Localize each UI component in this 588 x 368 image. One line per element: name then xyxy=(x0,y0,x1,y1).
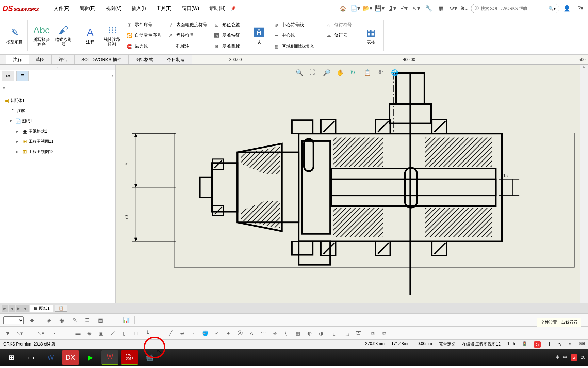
bt-line[interactable]: │ xyxy=(62,329,71,338)
home-icon[interactable]: 🏠 xyxy=(338,4,348,13)
rebuild-icon[interactable]: 🔧 xyxy=(424,4,434,13)
user-icon[interactable]: 👤 xyxy=(562,4,572,13)
menu-view[interactable]: 视图(V) xyxy=(101,5,127,12)
tab-evaluate[interactable]: 评估 xyxy=(52,55,75,64)
bt-pie[interactable]: ⬚ xyxy=(331,329,340,338)
bt-render[interactable]: ◉ xyxy=(57,316,66,325)
search-box[interactable]: ⓘ 🔍▾ xyxy=(471,4,559,13)
bt-sq[interactable]: ◻ xyxy=(131,329,140,338)
bt-angle[interactable]: ⟋ xyxy=(154,329,163,338)
hide-show-icon[interactable]: 👁 xyxy=(377,69,386,78)
undo-icon[interactable]: ↶▾ xyxy=(399,4,409,13)
tree-root[interactable]: ▣ 装配体1 xyxy=(0,95,115,106)
bt-paint[interactable]: 🪣 xyxy=(201,329,210,338)
note-button[interactable]: A 注释 xyxy=(81,20,99,51)
panel-collapse-icon[interactable]: › xyxy=(112,74,113,78)
display-style-icon[interactable]: 📋 xyxy=(364,69,373,78)
center-mark-button[interactable]: ⊕ 中心符号线 xyxy=(272,20,315,30)
block-button[interactable]: 🅰 块 xyxy=(250,20,268,51)
tray-ime2[interactable]: 中 xyxy=(563,355,567,361)
geo-tol-button[interactable]: ⊡ 形位公差 xyxy=(212,20,241,30)
ime-face-icon[interactable]: ☺ xyxy=(568,341,572,348)
bt-rect[interactable]: ▬ xyxy=(74,329,82,338)
bt-pen[interactable]: ✎ xyxy=(70,316,79,325)
tab-sheet-format[interactable]: 图纸格式 xyxy=(129,55,160,64)
bt-filter[interactable]: ▼ xyxy=(3,329,12,338)
grid-icon[interactable]: ▦ xyxy=(436,4,446,13)
pan-icon[interactable]: ✋ xyxy=(337,69,345,78)
auto-ballon-button[interactable]: 🔁 自动零件序号 xyxy=(125,31,163,40)
revision-cloud-button[interactable]: ☁ 修订云 xyxy=(324,31,353,40)
new-doc-icon[interactable]: 📄▾ xyxy=(350,4,360,13)
ime-lang[interactable]: 中 xyxy=(548,341,552,348)
bt-edge[interactable]: ／ xyxy=(108,329,117,338)
bt-circ-A[interactable]: Ⓐ xyxy=(235,329,244,338)
settings-tooltip[interactable]: 个性设置，点我看看 xyxy=(537,318,581,327)
drawing-canvas[interactable]: 🔍 ⛶ 🔎 ✋ ↻ 📋 👁 🌐 xyxy=(116,65,580,303)
collapse-icon[interactable]: ▾ xyxy=(10,119,14,123)
bt-misc2[interactable]: ⧉ xyxy=(380,329,389,338)
ime-dot-icon[interactable]: •, xyxy=(558,341,561,348)
bt-grid[interactable]: ⊞ xyxy=(224,329,233,338)
tree-view11[interactable]: ▸ ⊞ 工程图视图11 xyxy=(0,136,115,147)
bt-shape[interactable]: ◐ xyxy=(305,329,314,338)
linear-note-button[interactable]: ⁝⁝⁝ 线性注释阵列 xyxy=(103,20,121,51)
expand-icon[interactable]: ▸ xyxy=(16,129,21,134)
bt-block2[interactable]: ▦ xyxy=(293,329,302,338)
scene-icon[interactable]: 🌐 xyxy=(391,69,400,78)
area-hatch-button[interactable]: ▨ 区域剖面线/填充 xyxy=(272,42,315,51)
datum-target-button[interactable]: ⊕ 基准目标 xyxy=(212,42,241,51)
format-painter-button[interactable]: 🖌 格式涂刷器 xyxy=(54,20,72,51)
question-icon[interactable]: ?▾ xyxy=(576,4,585,13)
wps-button[interactable]: W xyxy=(101,350,118,365)
bt-arrow[interactable]: ↖▾ xyxy=(15,329,24,338)
bt-face[interactable]: ▯ xyxy=(120,329,129,338)
bt-pie2[interactable]: ⬚ xyxy=(342,329,351,338)
menu-file[interactable]: 文件(F) xyxy=(49,5,75,12)
surface-finish-button[interactable]: √ 表面粗糙度符号 xyxy=(166,20,209,30)
bt-slash[interactable]: ╱ xyxy=(166,329,175,338)
tab-sketch[interactable]: 草图 xyxy=(29,55,52,64)
ime-kb-icon[interactable]: ⌨ xyxy=(579,341,585,348)
tray-time[interactable]: 20 xyxy=(581,355,585,360)
bt-box3d[interactable]: ◈ xyxy=(85,329,94,338)
centerline-button[interactable]: ⊢ 中心线 xyxy=(272,31,315,40)
bt-cube[interactable]: ▣ xyxy=(97,329,105,338)
bt-point[interactable]: • xyxy=(50,329,59,338)
select-icon[interactable]: ↖▾ xyxy=(412,4,421,13)
property-tab[interactable]: ☰ xyxy=(16,71,29,81)
bt-check[interactable]: ✓ xyxy=(212,329,221,338)
start-button[interactable]: ⊞ xyxy=(3,350,20,365)
zoom-fit-icon[interactable]: 🔍 xyxy=(296,69,305,78)
word-button[interactable]: W xyxy=(42,350,59,365)
expand-icon[interactable]: ▸ xyxy=(16,139,21,144)
bt-ball[interactable]: ◑ xyxy=(316,329,325,338)
print-icon[interactable]: 🖨▾ xyxy=(387,4,397,13)
sheet-tab-1[interactable]: 🗎 图纸1 xyxy=(30,305,53,312)
tab-annotation[interactable]: 注解 xyxy=(6,55,29,64)
bt-misc1[interactable]: ⧉ xyxy=(368,329,377,338)
tables-button[interactable]: ▦ 表格 xyxy=(362,20,380,51)
tab-prev[interactable] xyxy=(0,55,6,64)
bt-sigma[interactable]: ⚹ xyxy=(270,329,279,338)
bt-A[interactable]: A xyxy=(247,329,256,338)
tray-s-icon[interactable]: S xyxy=(571,354,577,361)
bt-align2[interactable]: ⫠ xyxy=(189,329,198,338)
add-sheet-button[interactable]: 📋 xyxy=(55,305,67,312)
layer-select[interactable] xyxy=(3,316,24,324)
settings-icon[interactable]: ⚙▾ xyxy=(448,4,458,13)
bt-graph[interactable]: 📊 xyxy=(121,316,131,325)
menu-more[interactable]: 装... xyxy=(461,5,468,11)
status-light-icon[interactable]: 🚦 xyxy=(522,341,527,348)
open-icon[interactable]: 📂▾ xyxy=(363,4,372,13)
feature-tree-tab[interactable]: 🗂 xyxy=(2,71,14,81)
magnetic-line-button[interactable]: 🧲 磁力线 xyxy=(125,42,163,51)
bt-lines1[interactable]: ☰ xyxy=(83,316,92,325)
bt-target[interactable]: ⊕ xyxy=(178,329,186,338)
canvas-nav-right[interactable]: ▸ xyxy=(580,65,588,74)
spell-check-button[interactable]: Abc 拼写检验程序 xyxy=(32,20,51,51)
menu-insert[interactable]: 插入(I) xyxy=(127,5,151,12)
search-icon[interactable]: 🔍▾ xyxy=(549,6,556,11)
taskview-button[interactable]: ▭ xyxy=(22,350,39,365)
zoom-prev-icon[interactable]: 🔎 xyxy=(323,69,332,78)
